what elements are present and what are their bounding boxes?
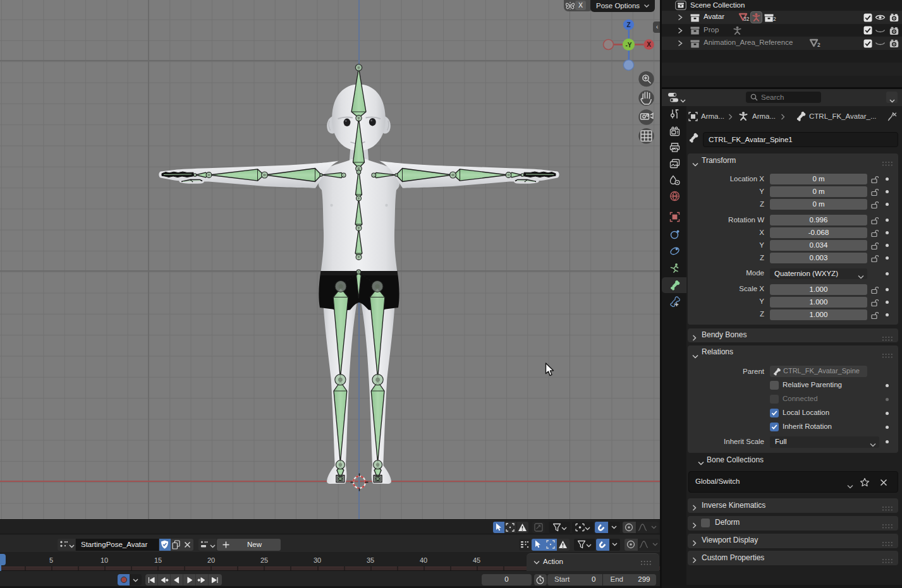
svg-text:Z: Z bbox=[626, 21, 630, 28]
svg-text:X: X bbox=[647, 41, 651, 48]
svg-text:-Y: -Y bbox=[626, 42, 632, 49]
